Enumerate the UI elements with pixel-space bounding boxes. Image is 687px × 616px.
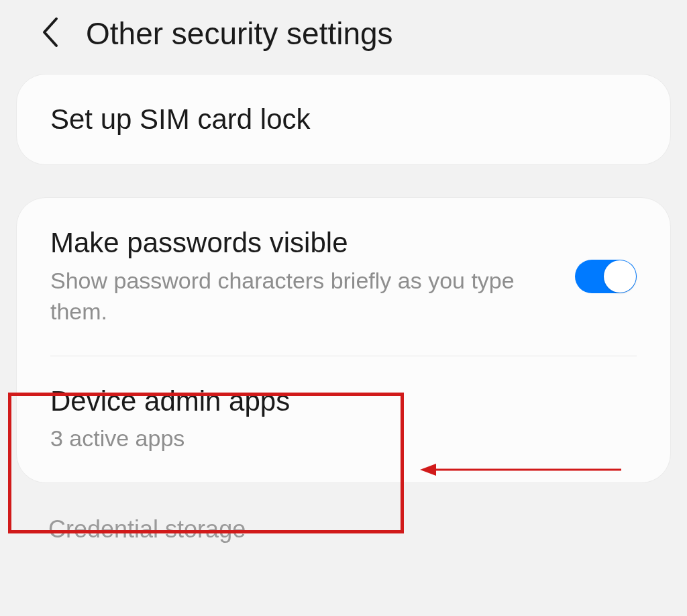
passwords-visible-item[interactable]: Make passwords visible Show password cha… [17, 198, 670, 355]
sim-card-lock-title: Set up SIM card lock [50, 103, 637, 136]
device-admin-item[interactable]: Device admin apps 3 active apps [17, 356, 670, 482]
passwords-visible-desc: Show password characters briefly as you … [50, 266, 548, 327]
sim-card-section: Set up SIM card lock [16, 74, 671, 165]
passwords-visible-text: Make passwords visible Show password cha… [50, 226, 575, 327]
security-options-section: Make passwords visible Show password cha… [16, 197, 671, 482]
device-admin-subtitle: 3 active apps [50, 423, 637, 454]
passwords-visible-title: Make passwords visible [50, 226, 548, 260]
header: Other security settings [0, 0, 687, 74]
sim-card-lock-item[interactable]: Set up SIM card lock [17, 74, 670, 164]
page-title: Other security settings [86, 15, 393, 52]
back-icon[interactable] [40, 16, 59, 51]
toggle-knob [604, 260, 636, 293]
passwords-visible-toggle[interactable] [575, 260, 637, 293]
credential-storage-heading: Credential storage [0, 515, 687, 560]
device-admin-title: Device admin apps [50, 384, 637, 418]
